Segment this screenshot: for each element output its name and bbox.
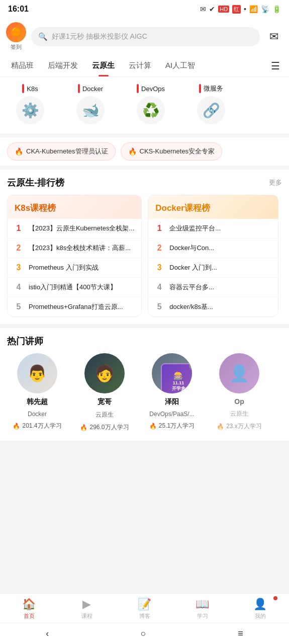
nav-courses[interactable]: ▶ 课程 [72,598,102,620]
teacher-name-1: 韩先超 [27,397,48,407]
k8s-card-header: K8s课程榜 [8,195,141,219]
check-status-icon: ✔ [209,5,215,13]
learn-icon: 📖 [196,598,209,611]
nav-profile[interactable]: 👤 我的 [245,598,275,620]
teacher-card-1[interactable]: 👨 韩先超 Docker 🔥 201.4万人学习 [7,353,67,432]
nav-more-button[interactable]: ☰ [266,56,285,76]
android-menu-button[interactable]: ≡ [228,624,253,643]
nav-learn[interactable]: 📖 学习 [187,598,218,620]
nav-learn-label: 学习 [197,612,208,620]
tab-backend[interactable]: 后端开发 [41,55,85,76]
nav-blog[interactable]: 📝 博客 [130,598,160,620]
docker-rank-name-3: Docker 入门到... [169,263,271,272]
teacher-students-3: 🔥 25.1万人学习 [149,422,195,430]
nav-tabs: 精品班 后端开发 云原生 云计算 AI人工智 ☰ [0,55,289,77]
android-home-button[interactable]: ○ [131,624,156,643]
avatar-wrap[interactable]: 🟠 签到 [6,22,26,51]
k8s-rank-item-5[interactable]: 5 Prometheus+Grafana打造云原... [8,297,141,316]
docker-rank-item-3[interactable]: 3 Docker 入门到... [148,258,278,278]
home-icon: 🏠 [22,598,36,611]
k8s-rank-item-4[interactable]: 4 istio入门到精通【400节大课】 [8,278,141,297]
rank-name-4: istio入门到精通【400节大课】 [29,283,134,292]
teacher-name-2: 宽哥 [98,397,112,407]
tab-cloudnative[interactable]: 云原生 [85,55,122,76]
ranking-title: 云原生-排行榜 [7,177,64,189]
docker-rank-item-1[interactable]: 1 企业级监控平台... [148,219,278,238]
hot-banner-cka[interactable]: 🔥 CKA-Kubernetes管理员认证 [7,142,116,160]
devops-icon: ♻️ [137,96,165,124]
k8s-rank-item-2[interactable]: 2 【2023】k8s全栈技术精讲：高薪... [8,238,141,258]
teacher-tag-4: 云原生 [230,410,248,418]
docker-rank-name-4: 容器云平台多... [169,283,271,292]
hot-banner-cks[interactable]: 🔥 CKS-Kubernetes安全专家 [121,142,223,160]
teacher-avatar-2: 🧑 [84,353,125,393]
tab-cloudcompute[interactable]: 云计算 [122,55,158,76]
nav-home[interactable]: 🏠 首页 [14,598,44,620]
category-devops[interactable]: DevOps ♻️ [121,81,181,127]
sign-label[interactable]: 签到 [11,43,22,51]
docker-rank-item-2[interactable]: 2 Docker与Con... [148,238,278,258]
docker-icon: 🐋 [76,96,105,124]
docker-rank-num-4: 4 [155,283,163,292]
category-docker[interactable]: Docker 🐋 [60,81,121,127]
android-back-button[interactable]: ‹ [36,624,59,643]
mail-icon: ✉ [269,30,278,43]
teacher-card-4[interactable]: 👤 Op 云原生 🔥 23.x万人学习 [209,353,269,432]
teacher-tag-1: Docker [28,411,47,418]
rank-name-5: Prometheus+Grafana打造云原... [29,302,134,311]
rank-num-1: 1 [15,224,23,233]
hot-teachers-section: 热门讲师 👨 韩先超 Docker 🔥 201.4万人学习 🧑 宽哥 云原生 🔥… [0,328,289,441]
category-microservice[interactable]: 微服务 🔗 [181,81,241,127]
dot-status-icon: • [244,5,246,13]
rank-name-3: Prometheus 入门到实战 [29,263,134,272]
battery-icon: 🔋 [272,5,281,13]
hot-banner-cks-text: CKS-Kubernetes安全专家 [140,147,215,156]
docker-rank-num-1: 1 [155,224,163,233]
promo-overlay[interactable]: ✕ 🎰 11.11开学盒 [161,363,192,393]
search-bar[interactable]: 🔍 好课1元秒 抽极米投影仪 AIGC [31,27,260,46]
search-icon: 🔍 [38,32,48,41]
courses-icon: ▶ [82,598,91,611]
teacher-card-3[interactable]: 👨‍💼 ✕ 🎰 11.11开学盒 泽阳 DevOps/PaaS/... 🔥 25… [142,353,202,432]
ranking-header: 云原生-排行榜 更多 [7,177,282,189]
status-time: 16:01 [8,5,29,14]
status-icons: ✉ ✔ HD 红 • 📶 📡 🔋 [200,5,281,14]
docker-ranking-card: Docker课程榜 1 企业级监控平台... 2 Docker与Con... 3… [148,195,278,317]
teachers-title: 热门讲师 [7,335,43,347]
teacher-students-2: 🔥 296.0万人学习 [80,423,129,432]
rank-name-2: 【2023】k8s全栈技术精讲：高薪... [29,244,134,253]
teacher-tag-3: DevOps/PaaS/... [149,411,194,418]
category-k8s[interactable]: K8s ⚙️ [0,81,60,127]
promo-close-button[interactable]: ✕ [189,361,192,370]
docker-rank-num-3: 3 [155,263,163,272]
teachers-row: 👨 韩先超 Docker 🔥 201.4万人学习 🧑 宽哥 云原生 🔥 296.… [7,353,282,434]
nav-courses-label: 课程 [81,612,92,620]
docker-rank-name-1: 企业级监控平台... [169,224,271,233]
teacher-avatar-3: 👨‍💼 ✕ 🎰 11.11开学盒 [152,353,192,393]
blog-icon: 📝 [138,598,151,611]
tab-ai[interactable]: AI人工智 [158,55,202,76]
teacher-card-2[interactable]: 🧑 宽哥 云原生 🔥 296.0万人学习 [74,353,135,432]
teacher-tag-2: 云原生 [95,411,114,419]
fire-icon-2: 🔥 [128,147,137,155]
search-placeholder-text: 好课1元秒 抽极米投影仪 AIGC [52,32,147,41]
teacher-avatar-1: 👨 [17,353,57,393]
nav-blog-label: 博客 [139,612,150,620]
header: 🟠 签到 🔍 好课1元秒 抽极米投影仪 AIGC ✉ [0,18,289,55]
rank-num-5: 5 [15,302,23,311]
k8s-rank-item-3[interactable]: 3 Prometheus 入门到实战 [8,258,141,278]
k8s-rank-item-1[interactable]: 1 【2023】云原生Kubernetes全栈架... [8,219,141,238]
teacher-avatar-4: 👤 [219,353,259,393]
docker-rank-item-5[interactable]: 5 docker/k8s基... [148,297,278,316]
tab-jingpin[interactable]: 精品班 [4,55,41,76]
hot-banner-cka-text: CKA-Kubernetes管理员认证 [26,147,108,156]
rank-num-3: 3 [15,263,23,272]
mail-button[interactable]: ✉ [265,28,283,46]
ranking-more-button[interactable]: 更多 [269,178,282,187]
fire-icon-t2: 🔥 [80,424,87,431]
docker-rank-item-4[interactable]: 4 容器云平台多... [148,278,278,297]
hd-status-icon: HD [218,6,229,13]
wifi-icon: 📶 [249,5,258,13]
nav-profile-label: 我的 [255,612,266,620]
avatar[interactable]: 🟠 [6,22,26,42]
